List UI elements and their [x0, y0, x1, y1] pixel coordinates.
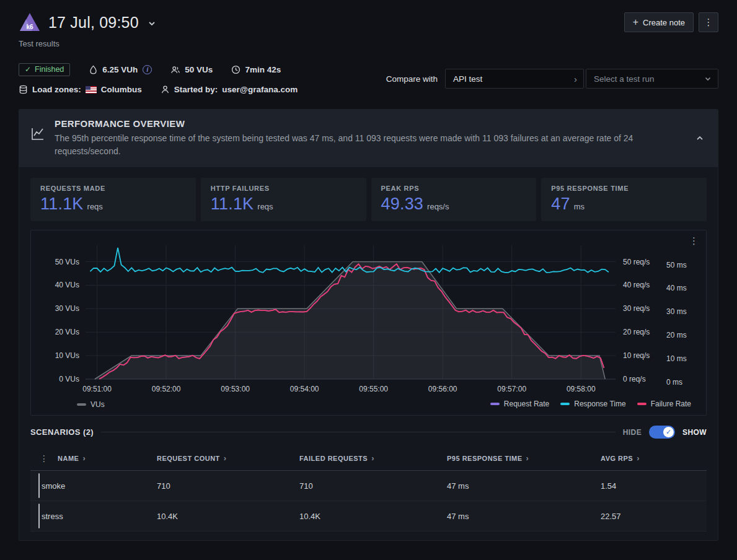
sort-chevron-icon: › [526, 454, 529, 462]
create-note-button[interactable]: + Create note [624, 12, 694, 32]
compare-run-select[interactable]: Select a test run [586, 69, 718, 89]
stat-http-failures: HTTP FAILURES 11.1Kreqs [201, 178, 366, 221]
sort-chevron-icon: › [371, 454, 374, 462]
overview-header: PERFORMANCE OVERVIEW The 95th percentile… [19, 110, 718, 168]
column-header-name[interactable]: NAME› [58, 454, 157, 462]
legend-swatch [637, 403, 647, 405]
compare-test-select[interactable]: API test › [445, 69, 584, 89]
table-header-row: ⋮ NAME› REQUEST COUNT› FAILED REQUESTS› … [30, 446, 707, 471]
vuh-stat: 6.25 VUh i [89, 65, 152, 74]
overview-description: The 95th percentile response time of the… [55, 132, 662, 158]
legend-swatch [77, 403, 86, 406]
page-title: 17 Jul, 09:50 [48, 14, 139, 32]
cell-failed-requests: 710 [299, 481, 447, 491]
svg-text:09:56:00: 09:56:00 [428, 385, 457, 393]
svg-text:30 ms: 30 ms [666, 307, 687, 316]
timeseries-chart-panel: ⋮ 0 VUs0 req/s0 ms10 VUs10 req/s10 ms20 … [30, 230, 707, 416]
timeseries-chart[interactable]: 0 VUs0 req/s0 ms10 VUs10 req/s10 ms20 VU… [37, 235, 700, 398]
cell-p95-response-time: 47 ms [447, 481, 601, 491]
svg-text:20 VUs: 20 VUs [55, 328, 79, 336]
cell-name: smoke [42, 481, 157, 491]
svg-text:09:53:00: 09:53:00 [221, 385, 250, 393]
run-meta-section: ✓ Finished 6.25 VUh i 50 VUs 7min 42s [19, 63, 718, 94]
column-header-request-count[interactable]: REQUEST COUNT› [157, 454, 299, 462]
hide-label[interactable]: HIDE [623, 428, 642, 437]
chevron-right-icon: › [574, 74, 577, 84]
chevron-down-icon[interactable] [148, 19, 156, 28]
show-hide-toggle[interactable]: ✓ [649, 426, 675, 439]
svg-text:0 VUs: 0 VUs [59, 375, 79, 383]
compare-with-label: Compare with [386, 74, 438, 84]
cell-request-count: 10.4K [157, 512, 299, 521]
cell-avg-rps: 1.54 [601, 481, 707, 491]
person-icon [161, 85, 170, 94]
svg-text:40 VUs: 40 VUs [55, 281, 79, 289]
performance-overview-panel: PERFORMANCE OVERVIEW The 95th percentile… [19, 109, 718, 541]
header-kebab-menu-button[interactable]: ⋮ [699, 12, 718, 32]
compare-run-placeholder: Select a test run [594, 74, 655, 84]
svg-text:0 req/s: 0 req/s [623, 375, 646, 383]
check-icon: ✓ [25, 65, 31, 74]
legend-item-vus[interactable]: VUs [77, 400, 105, 409]
svg-text:50 VUs: 50 VUs [55, 258, 79, 266]
toggle-knob: ✓ [663, 427, 674, 437]
load-zones: Load zones: Columbus [19, 85, 142, 94]
svg-text:20 req/s: 20 req/s [623, 328, 650, 336]
svg-text:10 ms: 10 ms [666, 354, 687, 363]
vus-stat: 50 VUs [170, 65, 213, 74]
column-header-failed-requests[interactable]: FAILED REQUESTS› [299, 454, 447, 462]
svg-text:30 VUs: 30 VUs [55, 304, 79, 313]
svg-text:0 ms: 0 ms [666, 378, 682, 387]
svg-text:30 req/s: 30 req/s [623, 304, 650, 313]
svg-text:40 ms: 40 ms [666, 284, 687, 292]
cell-avg-rps: 22.57 [601, 512, 707, 521]
legend-swatch [490, 403, 500, 405]
sort-chevron-icon: › [82, 454, 86, 462]
column-header-p95-response-time[interactable]: P95 RESPONSE TIME› [447, 454, 601, 462]
page-subtitle: Test results [19, 39, 156, 48]
status-label: Finished [35, 65, 64, 74]
chart-line-icon [30, 126, 45, 141]
row-accent-bar [30, 471, 42, 501]
chart-kebab-icon[interactable]: ⋮ [689, 235, 699, 247]
sort-chevron-icon: › [637, 454, 640, 462]
svg-text:10 req/s: 10 req/s [623, 351, 650, 360]
duration-stat: 7min 42s [231, 65, 281, 74]
svg-text:09:57:00: 09:57:00 [497, 385, 526, 393]
cell-name: stress [42, 512, 157, 521]
legend-item-failure-rate[interactable]: Failure Rate [637, 400, 691, 408]
row-accent-bar [30, 501, 42, 531]
droplet-icon [89, 65, 98, 74]
create-note-label: Create note [643, 18, 685, 27]
cell-p95-response-time: 47 ms [447, 512, 601, 521]
svg-text:40 req/s: 40 req/s [623, 281, 650, 289]
column-header-avg-rps[interactable]: AVG RPS› [601, 454, 707, 462]
info-icon[interactable]: i [143, 65, 152, 74]
status-badge: ✓ Finished [19, 63, 70, 76]
legend-item-response-time[interactable]: Response Time [560, 400, 625, 408]
page-header: k6 17 Jul, 09:50 Test results + Create n… [19, 11, 718, 48]
collapse-chevron-icon[interactable] [693, 131, 707, 145]
us-flag-icon [86, 86, 97, 94]
svg-text:09:54:00: 09:54:00 [290, 385, 319, 393]
legend-swatch [560, 403, 570, 405]
stat-requests-made: REQUESTS MADE 11.1Kreqs [30, 178, 196, 221]
svg-text:10 VUs: 10 VUs [55, 351, 79, 360]
legend-item-request-rate[interactable]: Request Rate [490, 400, 549, 408]
svg-text:09:52:00: 09:52:00 [152, 385, 181, 393]
scenarios-header: SCENARIOS (2) HIDE ✓ SHOW [30, 426, 707, 439]
stat-peak-rps: PEAK RPS 49.33reqs/s [371, 178, 537, 221]
svg-text:50 ms: 50 ms [666, 261, 687, 269]
svg-text:09:51:00: 09:51:00 [82, 385, 112, 393]
scenarios-table: ⋮ NAME› REQUEST COUNT› FAILED REQUESTS› … [30, 446, 707, 532]
k6-logo: k6 [19, 11, 41, 33]
clock-icon [231, 65, 241, 74]
chart-legend: VUs Request Rate Response Time [37, 399, 700, 410]
sort-chevron-icon: › [224, 454, 227, 462]
show-label[interactable]: SHOW [682, 428, 707, 437]
table-row-stress[interactable]: stress 10.4K 10.4K 47 ms 22.57 [30, 501, 707, 532]
svg-text:k6: k6 [26, 24, 33, 30]
table-kebab-icon[interactable]: ⋮ [40, 453, 48, 463]
divider [101, 432, 616, 432]
table-row-smoke[interactable]: smoke 710 710 47 ms 1.54 [30, 471, 707, 501]
